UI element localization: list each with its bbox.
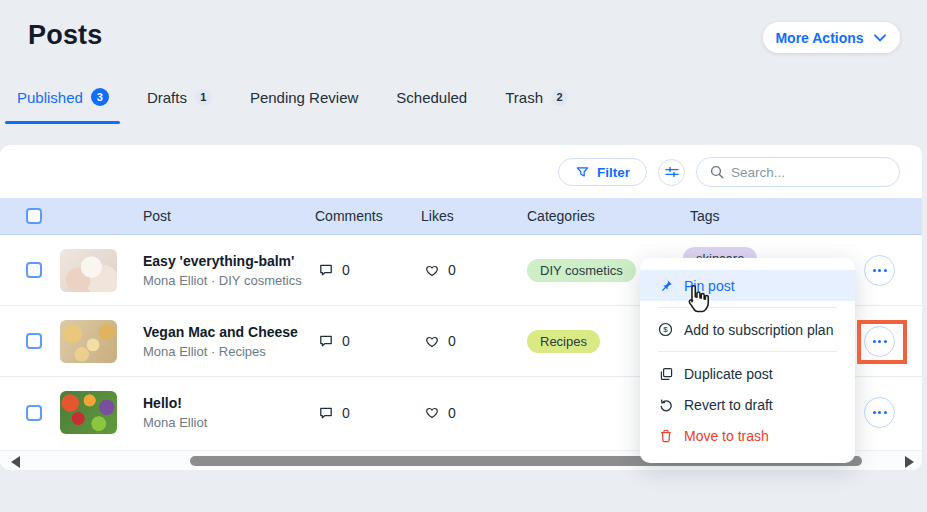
post-title[interactable]: Vegan Mac and Cheese: [143, 324, 298, 340]
post-thumbnail-balm[interactable]: [60, 249, 117, 292]
filter-label: Filter: [597, 165, 630, 180]
menu-item-add-to-subscription-plan[interactable]: $ Add to subscription plan: [640, 314, 855, 345]
row-context-menu: Pin post $ Add to subscription plan Dupl…: [640, 258, 855, 463]
filter-button[interactable]: Filter: [558, 158, 647, 186]
dollar-circle-icon: $: [658, 322, 673, 337]
menu-item-label: Revert to draft: [684, 397, 773, 413]
tab-label: Scheduled: [396, 89, 467, 106]
comment-icon: [318, 405, 333, 420]
comment-icon: [318, 263, 333, 278]
funnel-icon: [575, 165, 590, 180]
row-checkbox[interactable]: [26, 262, 42, 278]
tab-label: Trash: [505, 89, 543, 106]
tab-label: Drafts: [147, 89, 187, 106]
column-header-post: Post: [143, 198, 171, 234]
row-checkbox[interactable]: [26, 405, 42, 421]
row-more-actions-button-active[interactable]: [864, 326, 895, 357]
tab-trash[interactable]: Trash 2: [505, 89, 568, 106]
tab-drafts[interactable]: Drafts 1: [147, 89, 212, 106]
menu-item-move-to-trash[interactable]: Move to trash: [640, 420, 855, 451]
svg-text:$: $: [663, 325, 668, 334]
select-all-checkbox[interactable]: [26, 208, 42, 224]
category-pill[interactable]: DIY cosmetics: [527, 259, 636, 282]
menu-item-label: Move to trash: [684, 428, 769, 444]
post-title[interactable]: Easy 'everything-balm': [143, 253, 302, 269]
heart-icon: [424, 263, 439, 278]
comments-count: 0: [342, 333, 350, 349]
column-header-tags: Tags: [690, 198, 720, 234]
tab-label: Pending Review: [250, 89, 358, 106]
sliders-icon: [664, 165, 679, 180]
heart-icon: [424, 405, 439, 420]
comments-count: 0: [342, 262, 350, 278]
more-actions-button[interactable]: More Actions: [763, 22, 900, 53]
search-box: [696, 157, 900, 187]
menu-item-pin-post[interactable]: Pin post: [640, 270, 855, 301]
tab-pending-review[interactable]: Pending Review: [250, 89, 358, 106]
heart-icon: [424, 334, 439, 349]
scroll-left-arrow[interactable]: [11, 456, 20, 468]
post-title[interactable]: Hello!: [143, 395, 207, 411]
menu-item-revert-to-draft[interactable]: Revert to draft: [640, 389, 855, 420]
revert-icon: [658, 397, 673, 412]
scroll-right-arrow[interactable]: [905, 456, 914, 468]
row-more-actions-button[interactable]: [864, 397, 895, 428]
page-title: Posts: [28, 20, 103, 51]
chevron-down-icon: [873, 30, 888, 45]
active-tab-underline: [5, 121, 120, 124]
tabs-bar: Published 3 Drafts 1 Pending Review Sche…: [17, 88, 568, 106]
row-more-actions-button[interactable]: [864, 255, 895, 286]
likes-count: 0: [448, 333, 456, 349]
search-icon: [709, 165, 724, 180]
pin-icon: [658, 278, 673, 293]
column-header-comments: Comments: [315, 198, 383, 234]
table-header-row: Post Comments Likes Categories Tags: [0, 198, 922, 235]
post-thumbnail-vegetables[interactable]: [60, 391, 117, 434]
menu-divider: [658, 307, 837, 308]
comment-icon: [318, 334, 333, 349]
search-input[interactable]: [731, 165, 908, 180]
table-toolbar: Filter: [558, 157, 900, 187]
tab-scheduled[interactable]: Scheduled: [396, 89, 467, 106]
column-header-categories: Categories: [527, 198, 595, 234]
trash-count-badge: 2: [551, 89, 568, 106]
more-actions-label: More Actions: [775, 30, 863, 46]
tab-label: Published: [17, 89, 83, 106]
display-settings-button[interactable]: [658, 159, 685, 186]
post-thumbnail-pasta[interactable]: [60, 320, 117, 363]
column-header-likes: Likes: [421, 198, 454, 234]
published-count-badge: 3: [91, 88, 109, 106]
category-pill[interactable]: Recipes: [527, 330, 600, 353]
post-byline: Mona Elliot: [143, 415, 207, 430]
menu-item-duplicate-post[interactable]: Duplicate post: [640, 358, 855, 389]
row-checkbox[interactable]: [26, 333, 42, 349]
drafts-count-badge: 1: [195, 89, 212, 106]
comments-count: 0: [342, 405, 350, 421]
post-byline: Mona Elliot · DIY cosmetics: [143, 273, 302, 288]
menu-divider: [658, 351, 837, 352]
menu-item-label: Pin post: [684, 278, 735, 294]
trash-icon: [658, 428, 673, 443]
likes-count: 0: [448, 405, 456, 421]
likes-count: 0: [448, 262, 456, 278]
post-byline: Mona Elliot · Recipes: [143, 344, 298, 359]
duplicate-icon: [658, 366, 673, 381]
menu-item-label: Add to subscription plan: [684, 322, 833, 338]
menu-item-label: Duplicate post: [684, 366, 773, 382]
tab-published[interactable]: Published 3: [17, 88, 109, 106]
